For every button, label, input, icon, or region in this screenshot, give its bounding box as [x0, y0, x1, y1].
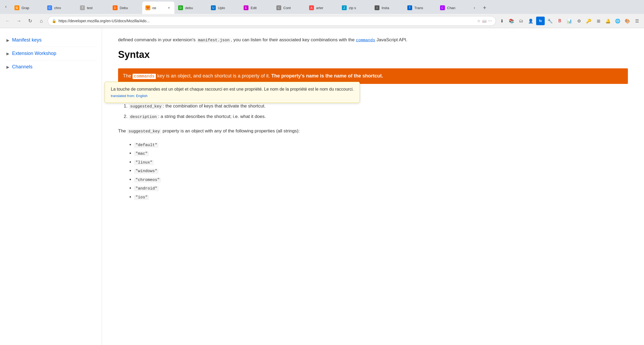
highlighted-commands-code: commands — [133, 74, 156, 79]
tab-icon-debu: D — [113, 5, 118, 10]
code-suggested-key-2: suggested_key — [127, 129, 161, 134]
tab-icon-chan: C — [440, 5, 445, 10]
extension-icon-4[interactable]: 📊 — [565, 17, 574, 25]
expand-arrow-channels: ▶ — [6, 65, 9, 69]
list-item-default: "default" — [134, 140, 628, 149]
extension-icon-7[interactable]: ⊞ — [594, 17, 603, 25]
tab-label-chan: Chan — [447, 6, 466, 10]
tab-close-button[interactable]: ✕ — [166, 5, 171, 10]
tab-zip[interactable]: Z zip s — [339, 2, 371, 14]
downloads-icon[interactable]: ⬇ — [497, 17, 506, 25]
code-chromeos: "chromeos" — [134, 177, 161, 183]
tab-icon-cont: C — [276, 5, 281, 10]
tab-uplo[interactable]: U Uplo — [208, 2, 240, 14]
expand-arrow-manifest: ▶ — [6, 38, 9, 42]
reader-mode-icon[interactable]: 📖 — [482, 19, 486, 23]
list-text-description: : a string that describes the shortcut; … — [158, 114, 266, 119]
tab-debu[interactable]: D Debu — [109, 2, 142, 14]
code-suggested-key: suggested_key — [129, 104, 163, 109]
intro-text-part3: JavaScript API. — [375, 37, 407, 42]
bookmark-star-icon[interactable]: ☆ — [477, 19, 481, 23]
tab-arter[interactable]: A arter — [306, 2, 338, 14]
sidebar-label-extension-workshop[interactable]: Extension Workshop — [12, 51, 56, 56]
security-icon: 🔒 — [52, 19, 56, 23]
tab-grap[interactable]: G Grap — [11, 2, 43, 14]
list-item-ios: "ios" — [134, 193, 628, 202]
intro-text-part1: defined commands in your extension's — [118, 37, 197, 42]
more-options-icon[interactable]: ⋯ — [488, 19, 492, 23]
tab-icon-edit: E — [244, 5, 248, 10]
tab-icon-chro: C — [47, 5, 52, 10]
back-button[interactable]: ← — [3, 16, 12, 26]
tab-icon-zip: Z — [342, 5, 347, 10]
tab-scroll-left[interactable]: ‹ — [1, 2, 11, 11]
tab-debu2[interactable]: D debu — [175, 2, 207, 14]
translated-from: translated from: English — [111, 94, 354, 98]
translated-from-lang[interactable]: English — [136, 94, 148, 98]
sidebar-item-manifest-keys[interactable]: ▶ Manifest keys — [5, 34, 96, 47]
reload-button[interactable]: ↻ — [25, 16, 35, 26]
code-mac: "mac" — [134, 151, 149, 156]
sidebar-item-channels[interactable]: ▶ Channels — [5, 60, 96, 73]
home-button[interactable]: ⌂ — [36, 16, 46, 26]
address-text: https://developer.mozilla.org/en-US/docs… — [58, 19, 475, 23]
tab-edit[interactable]: E Edit — [240, 2, 273, 14]
highlighted-block: The commands key is an object, and each … — [118, 68, 628, 84]
tab-chro[interactable]: C chro — [44, 2, 76, 14]
extension-icon-9[interactable]: 🌐 — [613, 17, 622, 25]
body2-post: property is an object with any of the fo… — [161, 128, 300, 133]
main-layout: ▶ Manifest keys ▶ Extension Workshop ▶ C… — [0, 28, 644, 345]
body-text-suggested-key: The suggested_key property is an object … — [118, 127, 628, 135]
list-item-windows: "windows" — [134, 166, 628, 175]
commands-api-link[interactable]: commands — [356, 38, 375, 43]
tab-co-active[interactable]: 🦊 co ✕ — [142, 2, 174, 14]
extension-icon-6[interactable]: 🔑 — [584, 17, 593, 25]
forward-button[interactable]: → — [14, 16, 24, 26]
list-item-linux: "linux" — [134, 158, 628, 167]
tab-label-co: co — [152, 6, 164, 10]
tab-label-chro: chro — [54, 6, 73, 10]
code-description: description — [129, 114, 158, 120]
highlighted-pre: The — [123, 73, 133, 79]
tab-trans[interactable]: T Trans — [404, 2, 436, 14]
list-item-description: description: a string that describes the… — [129, 113, 628, 121]
tab-icon-arter: A — [309, 5, 314, 10]
tab-label-insta: Insta — [382, 6, 400, 10]
tab-cont[interactable]: C Cont — [273, 2, 305, 14]
extension-icon-1[interactable]: fx — [536, 17, 545, 25]
extension-icon-8[interactable]: 🔔 — [604, 17, 612, 25]
sidebar-label-manifest-keys[interactable]: Manifest keys — [12, 37, 42, 43]
translated-from-label: translated from: — [111, 94, 135, 98]
address-bar[interactable]: 🔒 https://developer.mozilla.org/en-US/do… — [48, 16, 496, 26]
tab-icon-grap: G — [14, 5, 19, 10]
nav-right-toolbar: ⬇ 📚 🗂 👤 fx 🔧 B 📊 ⚙ 🔑 ⊞ 🔔 🌐 🎨 ☰ — [497, 17, 641, 25]
menu-icon[interactable]: ☰ — [633, 17, 641, 25]
platform-keys-list: "default" "mac" "linux" "windows" "chrom… — [134, 140, 628, 202]
tab-label-debu2: debu — [185, 6, 204, 10]
extension-icon-5[interactable]: ⚙ — [575, 17, 583, 25]
list-item-chromeos: "chromeos" — [134, 175, 628, 184]
extension-icon-3[interactable]: B — [555, 17, 564, 25]
tab-insta[interactable]: I Insta — [371, 2, 404, 14]
extension-icon-10[interactable]: 🎨 — [623, 17, 632, 25]
containers-icon[interactable]: 🗂 — [517, 17, 525, 25]
tab-label-uplo: Uplo — [218, 6, 237, 10]
extension-icon-2[interactable]: 🔧 — [546, 17, 554, 25]
library-icon[interactable]: 📚 — [507, 17, 516, 25]
sidebar-label-channels[interactable]: Channels — [12, 64, 32, 70]
account-icon[interactable]: 👤 — [526, 17, 535, 25]
tab-label-test: test — [87, 6, 106, 10]
tab-icon-uplo: U — [211, 5, 216, 10]
tab-overflow-button[interactable]: › — [470, 2, 479, 14]
sidebar-item-extension-workshop[interactable]: ▶ Extension Workshop — [5, 47, 96, 60]
list-item-suggested-key: suggested_key: the combination of keys t… — [129, 102, 628, 110]
highlighted-mid: key is an object, and each shortcut is a… — [156, 73, 271, 79]
new-tab-button[interactable]: + — [480, 2, 489, 14]
sidebar: ▶ Manifest keys ▶ Extension Workshop ▶ C… — [0, 28, 102, 345]
tab-label-zip: zip s — [349, 6, 368, 10]
code-linux: "linux" — [134, 160, 154, 165]
properties-list: suggested_key: the combination of keys t… — [129, 102, 628, 121]
tab-chan[interactable]: C Chan — [437, 2, 469, 14]
tab-test[interactable]: T test — [77, 2, 109, 14]
code-ios: "ios" — [134, 195, 149, 200]
